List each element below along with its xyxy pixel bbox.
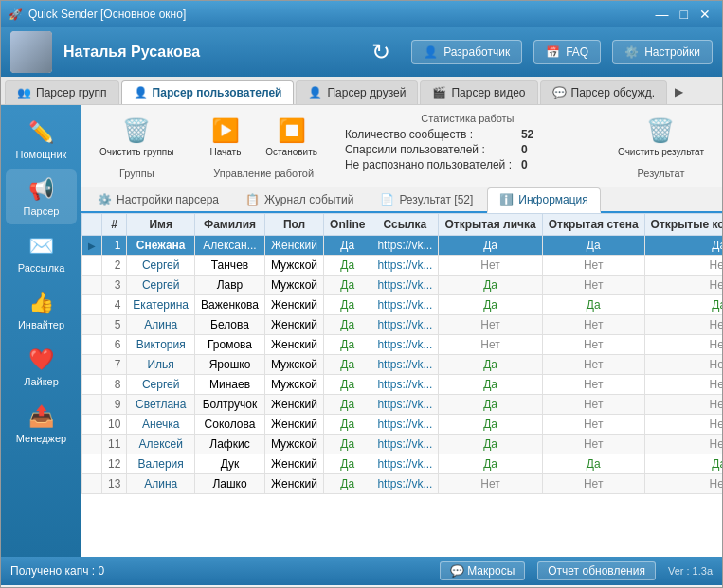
tab-groups[interactable]: 👥 Парсер групп	[5, 80, 119, 104]
sidebar-item-mailing[interactable]: ✉️ Рассылка	[6, 226, 77, 281]
col-gender: Пол	[264, 214, 323, 236]
tab-friends[interactable]: 👤 Парсер друзей	[296, 80, 418, 104]
macros-button[interactable]: 💬 Макросы	[440, 561, 525, 580]
main-tabs: 👥 Парсер групп 👤 Парсер пользователей 👤 …	[1, 77, 722, 105]
result-group: 🗑️ Очистить результат Результат	[609, 113, 713, 179]
row-link: https://vk...	[371, 454, 439, 474]
stats-label-1: Спарсили пользователей :	[345, 143, 515, 156]
row-num: 9	[102, 395, 127, 415]
row-num: 5	[102, 315, 127, 335]
clear-result-button[interactable]: 🗑️ Очистить результат	[609, 113, 713, 162]
tab-discuss[interactable]: 💬 Парсер обсужд.	[540, 80, 668, 104]
row-name: Илья	[127, 355, 195, 375]
row-name: Алина	[127, 315, 195, 335]
row-online: Да	[324, 256, 371, 276]
friends-icon: 👤	[308, 86, 322, 99]
sidebar-item-inviter[interactable]: 👍 Инвайтер	[6, 283, 77, 338]
stop-icon: ⏹️	[278, 117, 306, 144]
row-open-wall: Нет	[542, 395, 644, 415]
subtab-log[interactable]: 📋 Журнал событий	[233, 187, 366, 211]
row-gender: Мужской	[264, 256, 323, 276]
row-open-comm: Нет	[644, 474, 722, 494]
table-row[interactable]: 13 Алина Лашко Женский Да https://vk... …	[82, 474, 723, 494]
row-open-msg: Да	[439, 355, 542, 375]
faq-button[interactable]: 📅 FAQ	[533, 40, 601, 64]
start-button[interactable]: ▶️ Начать	[201, 113, 249, 162]
row-open-comm: Да	[644, 295, 722, 315]
sidebar-item-parser[interactable]: 📢 Парсер	[6, 169, 77, 224]
developer-button[interactable]: 👤 Разработчик	[411, 40, 522, 64]
row-arrow	[82, 375, 102, 395]
row-surname: Дук	[195, 454, 265, 474]
result-label: Результат	[637, 168, 684, 179]
row-online: Да	[324, 454, 371, 474]
table-row[interactable]: 10 Анечка Соколова Женский Да https://vk…	[82, 415, 723, 435]
table-header-row: # Имя Фамилия Пол Online Ссылка Открытая…	[82, 214, 723, 236]
row-surname: Важенкова	[195, 295, 265, 315]
subtab-settings[interactable]: ⚙️ Настройки парсера	[85, 187, 231, 211]
clear-groups-button[interactable]: 🗑️ Очистить группы	[91, 113, 182, 162]
tabs-arrow-right[interactable]: ▶	[669, 80, 689, 104]
col-open-wall: Открытая стена	[542, 214, 644, 236]
table-row[interactable]: 9 Светлана Болтручок Женский Да https://…	[82, 395, 723, 415]
settings-button[interactable]: ⚙️ Настройки	[612, 40, 713, 64]
tab-users[interactable]: 👤 Парсер пользователей	[121, 80, 295, 104]
stats-group: Статистика работы Количество сообществ :…	[345, 113, 590, 173]
stop-button[interactable]: ⏹️ Остановить	[257, 113, 326, 162]
row-link: https://vk...	[371, 236, 439, 256]
video-icon: 🎬	[432, 86, 446, 99]
row-open-msg: Да	[439, 236, 542, 256]
groups-icon: 👥	[17, 86, 31, 99]
discuss-icon: 💬	[552, 86, 567, 99]
row-online: Да	[324, 375, 371, 395]
content-area: ✏️ Помощник 📢 Парсер ✉️ Рассылка 👍 Инвай…	[1, 105, 722, 557]
status-bar: Получено капч : 0 💬 Макросы Отчет обновл…	[1, 557, 722, 585]
table-row[interactable]: 7 Илья Ярошко Мужской Да https://vk... Д…	[82, 355, 723, 375]
col-name: Имя	[127, 214, 195, 236]
table-row[interactable]: ▶ 1 Снежана Алексан... Женский Да https:…	[82, 236, 723, 256]
row-gender: Женский	[264, 474, 323, 494]
table-row[interactable]: 2 Сергей Танчев Мужской Да https://vk...…	[82, 256, 723, 276]
row-num: 8	[102, 375, 127, 395]
groups-label: Группы	[119, 168, 154, 179]
row-open-comm: Нет	[644, 355, 722, 375]
main-panel: 🗑️ Очистить группы Группы ▶️ Начать ⏹️ О…	[81, 105, 722, 557]
col-link: Ссылка	[371, 214, 439, 236]
stats-value-2: 0	[521, 158, 528, 171]
col-open-comm: Открытые комментарии	[644, 214, 722, 236]
row-name: Екатерина	[127, 295, 195, 315]
row-name: Алина	[127, 474, 195, 494]
table-row[interactable]: 5 Алина Белова Женский Да https://vk... …	[82, 315, 723, 335]
table-row[interactable]: 4 Екатерина Важенкова Женский Да https:/…	[82, 295, 723, 315]
sidebar: ✏️ Помощник 📢 Парсер ✉️ Рассылка 👍 Инвай…	[1, 105, 81, 557]
table-row[interactable]: 11 Алексей Лафкис Мужской Да https://vk.…	[82, 435, 723, 454]
table-row[interactable]: 12 Валерия Дук Женский Да https://vk... …	[82, 454, 723, 474]
table-row[interactable]: 3 Сергей Лавр Мужской Да https://vk... Д…	[82, 276, 723, 295]
maximize-button[interactable]: □	[677, 7, 692, 22]
table-row[interactable]: 6 Виктория Громова Женский Да https://vk…	[82, 335, 723, 355]
update-report-button[interactable]: Отчет обновления	[537, 561, 656, 580]
sidebar-item-helper[interactable]: ✏️ Помощник	[6, 113, 77, 168]
close-button[interactable]: ✕	[696, 7, 714, 22]
sidebar-item-liker[interactable]: ❤️ Лайкер	[6, 340, 77, 395]
row-gender: Женский	[264, 395, 323, 415]
row-open-wall: Нет	[542, 355, 644, 375]
subtab-result[interactable]: 📄 Результат [52]	[368, 187, 485, 211]
tab-video[interactable]: 🎬 Парсер видео	[420, 80, 537, 104]
row-num: 7	[102, 355, 127, 375]
row-surname: Алексан...	[195, 236, 265, 256]
row-open-comm: Нет	[644, 335, 722, 355]
row-gender: Мужской	[264, 375, 323, 395]
subtab-info[interactable]: ℹ️ Информация	[487, 187, 600, 213]
sidebar-item-manager[interactable]: 📤 Менеджер	[6, 397, 77, 452]
table-row[interactable]: 8 Сергей Минаев Мужской Да https://vk...…	[82, 375, 723, 395]
info-tab-icon: ℹ️	[499, 193, 514, 206]
row-open-comm: Нет	[644, 276, 722, 295]
refresh-icon[interactable]: ↻	[371, 39, 390, 65]
row-online: Да	[324, 395, 371, 415]
app-title: Quick Sender [Основное окно]	[28, 8, 186, 21]
row-name: Виктория	[127, 335, 195, 355]
minimize-button[interactable]: —	[652, 7, 673, 22]
work-control-group: ▶️ Начать ⏹️ Остановить Управление работ…	[201, 113, 326, 179]
row-open-comm: Нет	[644, 435, 722, 454]
